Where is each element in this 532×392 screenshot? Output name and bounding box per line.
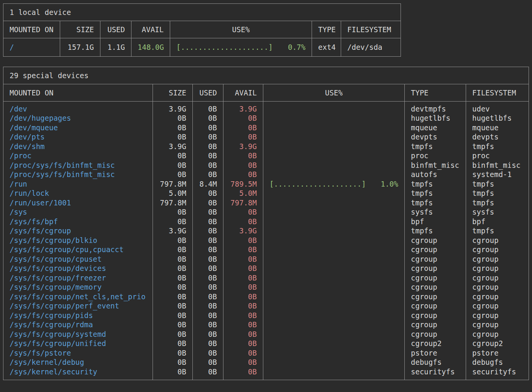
used-value: 0B <box>193 226 223 236</box>
mount-point: /sys/fs/cgroup/devices <box>3 264 153 273</box>
avail-value: 0B <box>223 339 263 348</box>
fs-type: binfmt_misc <box>405 161 466 170</box>
use-percent-cell <box>263 236 404 245</box>
filesystem-name: mqueue <box>466 123 529 133</box>
avail-value: 0B <box>223 330 263 339</box>
filesystem-name: securityfs <box>466 367 529 377</box>
filesystem-name: cgroup <box>466 330 529 339</box>
use-percent-cell <box>263 245 404 254</box>
mount-point: /sys/kernel/security <box>3 367 153 377</box>
fs-type: cgroup <box>405 330 466 339</box>
local-table-title: 1 local device <box>3 4 401 21</box>
mount-point: /sys/fs/cgroup/blkio <box>3 236 153 245</box>
avail-value: 0B <box>223 348 263 358</box>
size-value: 0B <box>153 301 192 311</box>
used-value: 8.4M <box>193 179 223 189</box>
body-column-size: 3.9G0B0B0B3.9G0B0B0B797.8M5.0M797.8M0B0B… <box>153 102 193 380</box>
mount-point: /dev/mqueue <box>3 123 153 133</box>
body-column-avail: 148.0G <box>131 38 170 56</box>
avail-value: 0B <box>223 123 263 133</box>
fs-type: tmpfs <box>405 198 466 208</box>
body-column-use: [....................]1.0% <box>263 102 405 380</box>
fs-type: cgroup <box>405 254 466 264</box>
col-header-filesystem: FILESYSTEM <box>341 21 401 38</box>
use-percent-cell <box>263 198 404 208</box>
used-value: 0B <box>193 254 223 264</box>
fs-type: bpf <box>405 217 466 226</box>
mount-point: /sys/fs/cgroup/cpu,cpuacct <box>3 245 153 254</box>
col-header-size: SIZE <box>60 21 100 38</box>
filesystem-name: bpf <box>466 217 529 226</box>
filesystem-name: cgroup <box>466 254 529 264</box>
avail-value: 0B <box>223 170 263 179</box>
used-value: 0B <box>193 273 223 283</box>
filesystem-name: /dev/sda <box>341 43 401 52</box>
use-percent-cell <box>263 217 404 226</box>
filesystem-name: hugetlbfs <box>466 113 529 123</box>
avail-value: 0B <box>223 264 263 273</box>
fs-type: cgroup2 <box>405 339 466 348</box>
special-table-title: 29 special devices <box>3 67 529 84</box>
use-percent-cell <box>263 123 404 133</box>
used-value: 0B <box>193 189 223 198</box>
filesystem-name: cgroup <box>466 245 529 254</box>
used-value: 0B <box>193 123 223 133</box>
mount-point: /sys/fs/bpf <box>3 217 153 226</box>
size-value: 0B <box>153 254 192 264</box>
local-table-header: MOUNTED ONSIZEUSEDAVAILUSE%TYPEFILESYSTE… <box>3 21 401 38</box>
mount-point: /sys/fs/cgroup/net_cls,net_prio <box>3 292 153 302</box>
col-header-type: TYPE <box>405 84 466 101</box>
used-value: 0B <box>193 142 223 151</box>
used-value: 0B <box>193 264 223 273</box>
fs-type: cgroup <box>405 311 466 320</box>
mount-point: /sys/fs/cgroup/unified <box>3 339 153 348</box>
avail-value: 0B <box>223 282 263 292</box>
usage-bar: [....................] <box>176 43 273 52</box>
avail-value: 0B <box>223 367 263 377</box>
avail-value: 148.0G <box>131 43 170 52</box>
use-percent-cell <box>263 132 404 142</box>
used-value: 0B <box>193 348 223 358</box>
use-percent-cell <box>263 161 404 170</box>
mount-point: /sys/kernel/debug <box>3 358 153 367</box>
fs-type: cgroup <box>405 292 466 302</box>
use-percent-cell <box>263 292 404 302</box>
use-percent-cell <box>263 226 404 236</box>
special-table-header: MOUNTED ONSIZEUSEDAVAILUSE%TYPEFILESYSTE… <box>3 84 529 102</box>
fs-type: debugfs <box>405 358 466 367</box>
used-value: 0B <box>193 311 223 320</box>
mount-point: /sys/fs/pstore <box>3 348 153 358</box>
size-value: 0B <box>153 273 192 283</box>
col-header-filesystem: FILESYSTEM <box>466 84 529 101</box>
size-value: 0B <box>153 311 192 320</box>
fs-type: proc <box>405 151 466 161</box>
filesystem-name: udev <box>466 104 529 114</box>
filesystem-name: binfmt_misc <box>466 161 529 170</box>
avail-value: 0B <box>223 292 263 302</box>
col-header-use-percent: USE% <box>263 84 405 101</box>
use-percent-cell <box>263 170 404 179</box>
fs-type: cgroup <box>405 301 466 311</box>
usage-percent: 0.7% <box>288 43 305 52</box>
fs-type: cgroup <box>405 264 466 273</box>
filesystem-name: cgroup <box>466 273 529 283</box>
used-value: 0B <box>193 245 223 254</box>
use-percent-cell <box>263 189 404 198</box>
terminal-screen: 1 local device MOUNTED ONSIZEUSEDAVAILUS… <box>3 3 529 380</box>
size-value: 5.0M <box>153 189 192 198</box>
avail-value: 0B <box>223 207 263 217</box>
avail-value: 0B <box>223 151 263 161</box>
size-value: 0B <box>153 170 192 179</box>
fs-type: autofs <box>405 170 466 179</box>
use-percent-cell <box>263 142 404 151</box>
used-value: 0B <box>193 217 223 226</box>
mount-point: /sys/fs/cgroup/perf_event <box>3 301 153 311</box>
local-table-body: /157.1G1.1G148.0G[....................]0… <box>3 38 401 56</box>
size-value: 0B <box>153 236 192 245</box>
use-percent-cell <box>263 282 404 292</box>
used-value: 0B <box>193 301 223 311</box>
filesystem-name: cgroup <box>466 320 529 330</box>
size-value: 0B <box>153 123 192 133</box>
use-percent-cell: [....................]1.0% <box>263 179 404 189</box>
use-percent-cell <box>263 358 404 367</box>
